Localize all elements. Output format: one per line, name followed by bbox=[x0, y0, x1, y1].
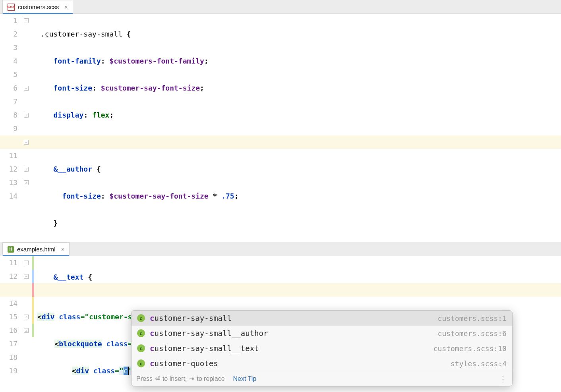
fold-close-icon[interactable]: ▵ bbox=[24, 167, 29, 172]
fold-close-icon[interactable]: ▵ bbox=[24, 180, 29, 185]
footer-hint: to insert, bbox=[162, 375, 187, 382]
tab-customers-scss[interactable]: SASS customers.scss × bbox=[2, 0, 73, 14]
close-tab-icon[interactable]: × bbox=[64, 4, 68, 10]
html-file-icon: H bbox=[8, 246, 14, 253]
bottom-line-gutter: 1112 1314 1516 1718 19 bbox=[0, 256, 23, 392]
class-badge-icon: c bbox=[137, 359, 145, 367]
fold-gutter: − − ▵ ▵ bbox=[23, 256, 32, 392]
fold-toggle-icon[interactable]: − bbox=[24, 274, 29, 279]
next-tip-link[interactable]: Next Tip bbox=[233, 375, 256, 382]
fold-toggle-icon[interactable]: − bbox=[24, 86, 29, 91]
fold-toggle-icon[interactable]: − bbox=[24, 140, 29, 145]
class-badge-icon: c bbox=[137, 344, 145, 352]
tab-label: customers.scss bbox=[18, 4, 59, 10]
completion-item[interactable]: c customer-say-small__text customers.scs… bbox=[132, 341, 512, 356]
close-tab-icon[interactable]: × bbox=[61, 246, 65, 253]
enter-key-icon: ⏎ bbox=[155, 375, 160, 382]
tab-key-icon: ⇥ bbox=[189, 375, 194, 382]
vcs-change-markers bbox=[32, 256, 35, 392]
completion-source: customers.scss:10 bbox=[433, 344, 507, 353]
code-completion-popup: c customer-say-small customers.scss:1 c … bbox=[131, 310, 513, 386]
top-tabbar: SASS customers.scss × bbox=[0, 0, 561, 14]
tab-label: examples.html bbox=[17, 246, 56, 253]
completion-source: customers.scss:6 bbox=[438, 329, 507, 338]
bottom-tabbar: H examples.html × bbox=[0, 242, 561, 256]
fold-toggle-icon[interactable]: − bbox=[24, 261, 29, 265]
completion-item[interactable]: c customer-say-small__author customers.s… bbox=[132, 326, 512, 341]
tab-examples-html[interactable]: H examples.html × bbox=[2, 242, 70, 256]
sass-file-icon: SASS bbox=[8, 4, 15, 11]
fold-toggle-icon[interactable]: − bbox=[24, 18, 29, 23]
completion-item[interactable]: c customer-say-small customers.scss:1 bbox=[132, 311, 512, 326]
selector: .customer-say-small bbox=[41, 30, 122, 38]
completion-source: customers.scss:1 bbox=[438, 314, 507, 322]
completion-label: ustomer-quotes bbox=[154, 359, 218, 368]
fold-close-icon[interactable]: ▵ bbox=[24, 315, 29, 319]
more-options-icon[interactable]: ⋮ bbox=[499, 374, 507, 384]
footer-hint: Press bbox=[136, 375, 153, 382]
class-badge-icon: c bbox=[137, 329, 145, 337]
fold-close-icon[interactable]: ▵ bbox=[24, 113, 29, 118]
completion-footer: Press ⏎ to insert, ⇥ to replace Next Tip… bbox=[132, 371, 512, 386]
class-badge-icon: c bbox=[137, 314, 145, 322]
completion-label: ustomer-say-small__text bbox=[154, 344, 259, 353]
completion-label: ustomer-say-small bbox=[154, 314, 231, 322]
completion-item[interactable]: c customer-quotes styles.scss:4 bbox=[132, 356, 512, 371]
completion-source: styles.scss:4 bbox=[451, 359, 507, 368]
fold-close-icon[interactable]: ▵ bbox=[24, 328, 29, 333]
footer-hint: to replace bbox=[197, 375, 224, 382]
typed-text: c bbox=[124, 367, 128, 375]
completion-label: ustomer-say-small__author bbox=[154, 329, 268, 338]
